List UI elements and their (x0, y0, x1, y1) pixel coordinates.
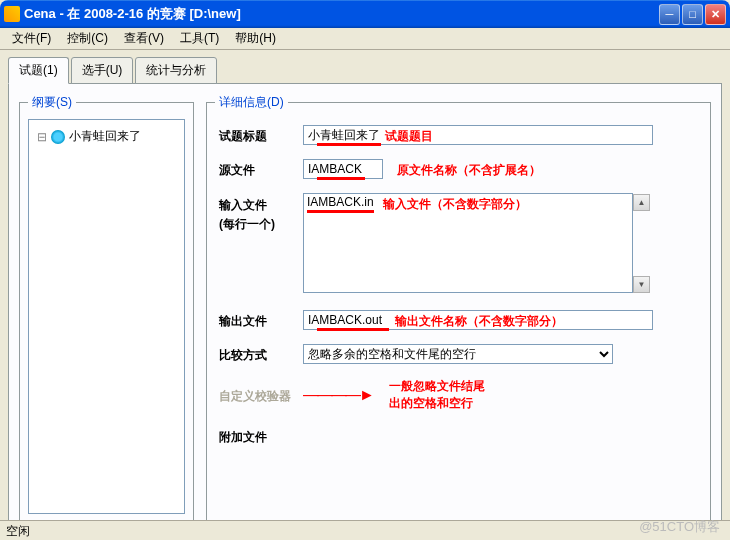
status-bar: 空闲 (0, 520, 730, 540)
tab-stats[interactable]: 统计与分析 (135, 57, 217, 84)
annotation-input: 输入文件（不含数字部分） (383, 196, 527, 213)
watermark: @51CTO博客 (639, 518, 720, 536)
label-attach: 附加文件 (219, 426, 291, 446)
close-button[interactable]: ✕ (705, 4, 726, 25)
menu-view[interactable]: 查看(V) (116, 28, 172, 49)
menu-control[interactable]: 控制(C) (59, 28, 116, 49)
tree-node[interactable]: ⊟ 小青蛙回来了 (35, 126, 178, 147)
label-compare: 比较方式 (219, 344, 291, 364)
minimize-button[interactable]: ─ (659, 4, 680, 25)
label-title: 试题标题 (219, 125, 291, 145)
menu-file[interactable]: 文件(F) (4, 28, 59, 49)
scroll-down-icon[interactable]: ▼ (633, 276, 650, 293)
window-title: Cena - 在 2008-2-16 的竞赛 [D:\new] (24, 5, 659, 23)
annotation-source: 原文件名称（不含扩展名） (397, 162, 541, 179)
details-group: 详细信息(D) 试题标题 试题题目 源文件 原文件名称（不含扩展名） 输入文件 … (206, 94, 711, 524)
status-text: 空闲 (6, 524, 30, 538)
input-title[interactable] (303, 125, 653, 145)
input-source[interactable] (303, 159, 383, 179)
maximize-button[interactable]: □ (682, 4, 703, 25)
annotation-compare: 一般忽略文件结尾出的空格和空行 (389, 378, 485, 412)
titlebar: Cena - 在 2008-2-16 的竞赛 [D:\new] ─ □ ✕ (0, 0, 730, 28)
tab-panel: 纲要(S) ⊟ 小青蛙回来了 详细信息(D) 试题标题 试题题目 源文件 原文件… (8, 83, 722, 535)
tab-problems[interactable]: 试题(1) (8, 57, 69, 84)
tab-contestants[interactable]: 选手(U) (71, 57, 134, 84)
tree-expand-icon[interactable]: ⊟ (37, 130, 47, 144)
underline-icon (317, 328, 389, 331)
select-compare[interactable]: 忽略多余的空格和文件尾的空行 (303, 344, 613, 364)
scroll-up-icon[interactable]: ▲ (633, 194, 650, 211)
problem-icon (51, 130, 65, 144)
details-legend: 详细信息(D) (215, 94, 288, 111)
arrow-icon: ————► (303, 386, 373, 404)
app-icon (4, 6, 20, 22)
label-source: 源文件 (219, 159, 291, 179)
label-output: 输出文件 (219, 310, 291, 330)
menu-help[interactable]: 帮助(H) (227, 28, 284, 49)
annotation-output: 输出文件名称（不含数字部分） (395, 313, 563, 330)
tabs: 试题(1) 选手(U) 统计与分析 (8, 57, 722, 84)
menu-tools[interactable]: 工具(T) (172, 28, 227, 49)
outline-group: 纲要(S) ⊟ 小青蛙回来了 (19, 94, 194, 524)
tree-node-label: 小青蛙回来了 (69, 128, 141, 145)
outline-legend: 纲要(S) (28, 94, 76, 111)
input-file-value: IAMBACK.in (307, 195, 374, 213)
tree-view[interactable]: ⊟ 小青蛙回来了 (28, 119, 185, 514)
label-input: 输入文件 (每行一个) (219, 193, 291, 234)
underline-icon (317, 143, 381, 146)
underline-icon (317, 177, 365, 180)
annotation-title: 试题题目 (385, 128, 433, 145)
label-custom: 自定义校验器 (219, 385, 291, 405)
menubar: 文件(F) 控制(C) 查看(V) 工具(T) 帮助(H) (0, 28, 730, 50)
